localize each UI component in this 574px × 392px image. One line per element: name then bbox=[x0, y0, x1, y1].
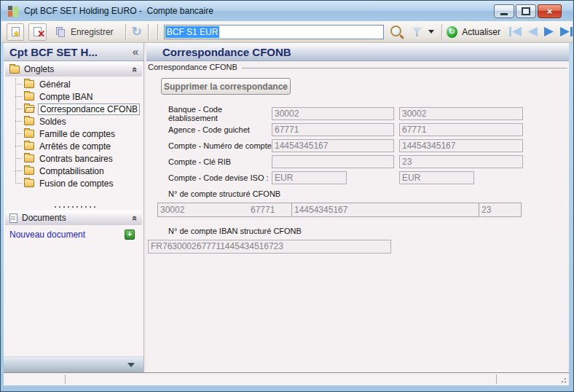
search-input-selected-text: BCF S1 EUR bbox=[165, 26, 220, 38]
sidebar-item-soldes[interactable]: Soldes bbox=[8, 115, 143, 128]
search-icon[interactable] bbox=[390, 26, 401, 36]
resize-grip[interactable] bbox=[565, 381, 566, 383]
folder-icon bbox=[9, 66, 20, 74]
account-number-input-1[interactable]: 14454345167 bbox=[272, 139, 394, 152]
sidebar-header: Cpt BCF SET H... « bbox=[4, 43, 144, 61]
branch-code-input-2[interactable]: 67771 bbox=[399, 123, 523, 136]
close-button[interactable]: × bbox=[538, 4, 562, 18]
filter-icon[interactable] bbox=[412, 27, 422, 36]
toolbar: ★ ✕ Enregistrer ↻ BCF S1 EUR ↻ Actualise… bbox=[1, 21, 573, 43]
window-title: Cpt BCF SET Holding EURO - Compte bancai… bbox=[24, 6, 213, 16]
last-record-button[interactable] bbox=[560, 27, 573, 36]
document-icon bbox=[9, 213, 17, 223]
documents-section-label: Documents bbox=[22, 213, 133, 223]
groupbox-line bbox=[242, 68, 567, 68]
actualiser-icon[interactable]: ↻ bbox=[447, 26, 458, 38]
title-bar: Cpt BCF SET Holding EURO - Compte bancai… bbox=[1, 1, 573, 21]
sidebar-item-arretes-de-compte[interactable]: Arrêtés de compte bbox=[8, 140, 143, 152]
sidebar-item-comptabilisation[interactable]: Comptabilisation bbox=[8, 165, 143, 177]
delete-button[interactable]: ✕ bbox=[28, 23, 46, 41]
folder-icon bbox=[24, 179, 34, 187]
groupbox-label: Correspondance CFONB bbox=[148, 63, 237, 71]
app-icon-green-square bbox=[13, 7, 18, 17]
structured-cell-branch: 67771 bbox=[248, 203, 291, 216]
toolbar-separator bbox=[148, 24, 149, 40]
onglets-section-label: Onglets bbox=[24, 64, 133, 74]
next-record-button[interactable] bbox=[544, 27, 554, 36]
collapse-section-icon[interactable]: « bbox=[130, 215, 141, 220]
field-label: Banque - Code établissement bbox=[168, 105, 272, 122]
actualiser-button[interactable]: Actualiser bbox=[462, 27, 500, 37]
rib-key-input-2[interactable]: 23 bbox=[399, 155, 523, 168]
structured-cfonb-label: N° de compte structuré CFONB bbox=[168, 189, 280, 198]
main-header: Correspondance CFONB bbox=[146, 43, 569, 61]
restore-button[interactable] bbox=[516, 4, 536, 18]
sidebar-item-fusion-de-comptes[interactable]: Fusion de comptes bbox=[8, 177, 143, 189]
minimize-button[interactable] bbox=[494, 4, 514, 18]
new-document-link[interactable]: Nouveau document bbox=[9, 230, 125, 240]
structured-cfonb-field[interactable]: 30002 67771 14454345167 23 bbox=[157, 203, 522, 217]
first-record-button[interactable] bbox=[509, 27, 522, 36]
sidebar-splitter-handle[interactable] bbox=[55, 206, 95, 208]
structured-cell-bank: 30002 bbox=[158, 203, 248, 216]
save-icon bbox=[56, 27, 66, 37]
form-row-currency-code: Compte - Code devise ISO : EUR EUR bbox=[168, 170, 474, 185]
groupbox-header: Correspondance CFONB bbox=[148, 63, 567, 71]
folder-icon bbox=[24, 117, 34, 125]
filter-dropdown-caret-icon[interactable] bbox=[428, 30, 434, 34]
new-document-icon: ★ bbox=[12, 27, 20, 36]
onglets-section-header[interactable]: Onglets « bbox=[5, 62, 142, 77]
new-button[interactable]: ★ bbox=[7, 23, 24, 41]
sidebar-collapse-icon[interactable]: « bbox=[133, 47, 138, 57]
save-label: Enregistrer bbox=[71, 27, 114, 37]
documents-section-header[interactable]: Documents « bbox=[5, 211, 142, 225]
refresh-icon[interactable]: ↻ bbox=[132, 26, 142, 38]
expand-down-icon[interactable] bbox=[127, 363, 135, 367]
save-button[interactable]: Enregistrer bbox=[51, 23, 119, 41]
collapse-section-icon[interactable]: « bbox=[130, 66, 141, 71]
iban-structured-field[interactable]: FR7630002677711445434516723 bbox=[148, 240, 391, 254]
currency-input-1[interactable]: EUR bbox=[272, 171, 347, 184]
currency-input-2[interactable]: EUR bbox=[399, 171, 474, 184]
open-folder-icon bbox=[24, 105, 34, 113]
field-label: Compte - Numéro de compte bbox=[168, 141, 272, 150]
sidebar-item-famille-de-comptes[interactable]: Famille de comptes bbox=[8, 128, 143, 140]
window-controls: × bbox=[494, 4, 562, 18]
delete-correspondence-button[interactable]: Supprimer la correspondance bbox=[161, 78, 291, 95]
sidebar-item-compte-iban[interactable]: Compte IBAN bbox=[8, 90, 143, 103]
sidebar-item-contrats-bancaires[interactable]: Contrats bancaires bbox=[8, 152, 143, 165]
folder-icon bbox=[24, 167, 34, 175]
folder-icon bbox=[24, 154, 34, 162]
branch-code-input-1[interactable]: 67771 bbox=[272, 123, 394, 136]
page-title: Correspondance CFONB bbox=[162, 46, 291, 58]
previous-record-button[interactable] bbox=[528, 27, 538, 36]
status-bar-divider bbox=[65, 375, 66, 384]
bank-code-input-1[interactable]: 30002 bbox=[272, 107, 394, 120]
toolbar-separator bbox=[157, 24, 158, 40]
tabs-tree: Général Compte IBAN Correspondance CFONB… bbox=[8, 78, 143, 189]
folder-icon bbox=[24, 93, 34, 101]
iban-structured-label: N° de compte IBAN structuré CFONB bbox=[168, 227, 302, 235]
toolbar-separator bbox=[441, 24, 442, 40]
sidebar-title: Cpt BCF SET H... bbox=[9, 46, 133, 58]
form-row-branch-code: Agence - Code guichet 67771 67771 bbox=[168, 122, 523, 137]
form-row-bank-code: Banque - Code établissement 30002 30002 bbox=[168, 106, 523, 121]
sidebar-item-general[interactable]: Général bbox=[8, 78, 143, 90]
add-document-icon[interactable]: + bbox=[125, 230, 135, 240]
sidebar-bottom-bar bbox=[4, 356, 144, 372]
sidebar-item-correspondance-cfonb[interactable]: Correspondance CFONB bbox=[8, 103, 143, 115]
structured-cell-key: 23 bbox=[479, 203, 521, 216]
form-row-rib-key: Compte - Clé RIB 23 bbox=[168, 154, 523, 169]
bank-code-input-2[interactable]: 30002 bbox=[399, 107, 523, 120]
field-label: Compte - Clé RIB bbox=[168, 157, 272, 166]
form-row-account-number: Compte - Numéro de compte 14454345167 14… bbox=[168, 138, 523, 153]
account-number-input-2[interactable]: 14454345167 bbox=[399, 139, 523, 152]
rib-key-input-1[interactable] bbox=[272, 155, 394, 168]
app-icon bbox=[8, 6, 19, 17]
folder-icon bbox=[24, 80, 34, 88]
search-input[interactable]: BCF S1 EUR bbox=[164, 25, 385, 39]
new-document-row: Nouveau document + bbox=[4, 228, 144, 241]
status-bar-divider bbox=[496, 375, 497, 384]
folder-icon bbox=[24, 130, 34, 138]
app-window: Cpt BCF SET Holding EURO - Compte bancai… bbox=[0, 0, 574, 392]
